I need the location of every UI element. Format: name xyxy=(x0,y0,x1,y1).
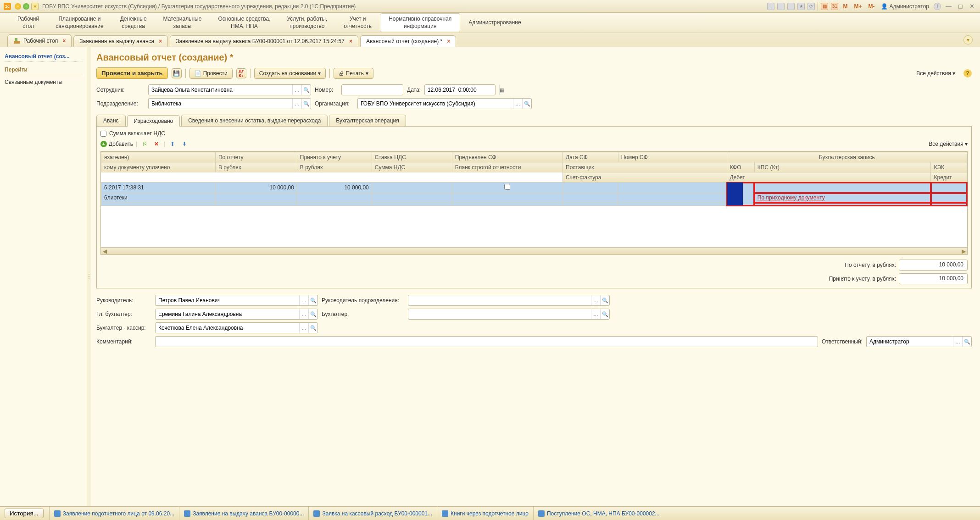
tab-close-icon[interactable]: × xyxy=(447,38,450,44)
dept-field[interactable]: … 🔍 xyxy=(148,98,311,109)
add-row-button[interactable]: +Добавить xyxy=(100,141,133,147)
open-icon[interactable]: 🔍 xyxy=(522,99,531,109)
income-doc-link[interactable]: По приходному документу xyxy=(757,194,825,201)
history-icon[interactable]: ⟳ xyxy=(807,3,815,10)
col-supplier[interactable]: Поставщик xyxy=(563,162,727,172)
post-button[interactable]: 📄Провести xyxy=(189,68,233,79)
cashier-input[interactable] xyxy=(156,323,299,333)
col-credit[interactable]: Кредит xyxy=(931,172,967,183)
info-icon[interactable]: i xyxy=(934,3,941,10)
open-icon[interactable]: 🔍 xyxy=(308,295,317,305)
org-field[interactable]: … 🔍 xyxy=(357,98,532,109)
open-icon[interactable]: 🔍 xyxy=(301,85,311,95)
select-icon[interactable]: … xyxy=(591,309,600,319)
menu-planning[interactable]: Планирование и санкционирование xyxy=(47,14,111,32)
favorite-icon[interactable]: ★ xyxy=(797,3,805,10)
org-input[interactable] xyxy=(358,99,513,109)
sidebar-link-related-docs[interactable]: Связанные документы xyxy=(4,77,83,87)
open-icon[interactable]: 🔍 xyxy=(600,295,609,305)
minimize-button[interactable]: — xyxy=(944,3,953,10)
col-kfo[interactable]: КФО xyxy=(727,162,754,172)
table-row[interactable]: 6.2017 17:38:31 10 000,00 10 000,00 xyxy=(101,183,967,193)
tab-close-icon[interactable]: × xyxy=(62,38,66,44)
history-button[interactable]: История... xyxy=(5,509,44,518)
chief-acc-field[interactable]: …🔍 xyxy=(155,309,318,320)
toolbar-icon-1[interactable] xyxy=(767,3,774,10)
toolbar-icon-3[interactable] xyxy=(787,3,795,10)
subtab-accounting[interactable]: Бухгалтерская операция xyxy=(329,115,406,126)
tab-desktop[interactable]: Рабочий стол × xyxy=(7,34,72,47)
comment-input[interactable] xyxy=(156,337,818,347)
tab-applications[interactable]: Заявления на выдачу аванса × xyxy=(73,35,168,47)
menu-reference[interactable]: Нормативно-справочная информация xyxy=(380,13,460,32)
subtab-advance[interactable]: Аванс xyxy=(96,115,126,126)
user-label[interactable]: 👤Администратор xyxy=(881,3,929,10)
scroll-right-icon[interactable]: ▶ xyxy=(960,248,967,254)
menu-materials[interactable]: Материальные запасы xyxy=(155,14,210,32)
tab-close-icon[interactable]: × xyxy=(349,38,352,44)
menu-accounting[interactable]: Учет и отчетность xyxy=(335,14,380,32)
col-required[interactable]: язателен) xyxy=(101,152,216,162)
memory-mplus-button[interactable]: M+ xyxy=(852,3,863,10)
table-row[interactable]: 6лиотеки По приходному документу xyxy=(101,193,967,203)
subtab-spent[interactable]: Израсходовано xyxy=(127,115,180,127)
all-actions-button[interactable]: Все действия ▾ xyxy=(912,68,960,78)
star-icon[interactable]: ★ xyxy=(31,3,39,10)
cashier-field[interactable]: …🔍 xyxy=(155,322,318,333)
number-input[interactable] xyxy=(342,85,416,95)
statusbar-item[interactable]: Заявление подотчетного лица от 09.06.20.… xyxy=(49,507,179,520)
tab-close-icon[interactable]: × xyxy=(159,38,162,44)
select-icon[interactable]: … xyxy=(299,323,308,333)
col-strict-form[interactable]: Бланк строгой отчетности xyxy=(452,162,562,172)
grid-scrollbar[interactable]: ◀ ▶ xyxy=(101,247,967,254)
employee-input[interactable] xyxy=(149,85,292,95)
col-accepted[interactable]: Принято к учету xyxy=(297,152,372,162)
head-dept-input[interactable] xyxy=(408,295,591,305)
col-vat-sum[interactable]: Сумма НДС xyxy=(372,162,452,172)
date-field[interactable]: ▦ xyxy=(424,84,496,95)
col-by-report[interactable]: По отчету xyxy=(215,152,297,162)
acc-input[interactable] xyxy=(408,309,591,319)
employee-field[interactable]: … 🔍 xyxy=(148,84,311,95)
splitter[interactable]: ⋮ xyxy=(87,47,91,506)
responsible-input[interactable] xyxy=(867,337,953,347)
sf-checkbox[interactable] xyxy=(504,184,510,190)
responsible-field[interactable]: …🔍 xyxy=(866,336,972,347)
statusbar-item[interactable]: Поступление ОС, НМА, НПА БУ00-000002... xyxy=(533,507,664,520)
select-icon[interactable]: … xyxy=(953,337,962,347)
select-icon[interactable]: … xyxy=(591,295,600,305)
number-field[interactable] xyxy=(341,84,403,95)
open-icon[interactable]: 🔍 xyxy=(308,309,317,319)
head-dept-field[interactable]: …🔍 xyxy=(408,295,610,306)
menu-cash[interactable]: Денежные средства xyxy=(112,14,155,32)
copy-row-icon[interactable]: ⎘ xyxy=(140,139,149,149)
subtab-remainder[interactable]: Сведения о внесении остатка, выдаче пере… xyxy=(181,115,328,126)
acc-field[interactable]: …🔍 xyxy=(408,309,610,320)
help-icon[interactable]: ? xyxy=(963,69,972,77)
col-invoice[interactable]: Счет-фактура xyxy=(563,172,727,183)
calendar-picker-icon[interactable]: ▦ xyxy=(499,85,504,95)
select-icon[interactable]: … xyxy=(292,99,301,109)
vat-checkbox[interactable] xyxy=(100,131,106,137)
statusbar-item[interactable]: Заявка на кассовый расход БУ00-000001... xyxy=(308,507,437,520)
data-grid[interactable]: язателен) По отчету Принято к учету Став… xyxy=(100,151,968,255)
dept-input[interactable] xyxy=(149,99,292,109)
col-paid-to[interactable]: кому документу уплачено xyxy=(101,162,216,172)
col-entry[interactable]: Бухгалтерская запись xyxy=(727,152,967,162)
calculator-icon[interactable]: ▦ xyxy=(821,3,828,10)
menu-desktop[interactable]: Рабочий стол xyxy=(9,14,47,32)
tabs-dropdown-icon[interactable]: ▾ xyxy=(963,35,973,44)
col-rub2[interactable]: В рублях xyxy=(297,162,372,172)
select-icon[interactable]: … xyxy=(292,85,301,95)
close-button[interactable]: ✕ xyxy=(968,3,976,10)
open-icon[interactable]: 🔍 xyxy=(301,99,311,109)
tab-expense-report[interactable]: Авансовый отчет (создание) * × xyxy=(360,35,456,47)
traffic-yellow-icon[interactable] xyxy=(15,3,21,10)
dt-kt-icon[interactable]: ДтКт xyxy=(236,68,246,78)
menu-services[interactable]: Услуги, работы, производство xyxy=(278,14,335,32)
date-input[interactable] xyxy=(425,85,499,95)
save-icon[interactable]: 💾 xyxy=(172,68,182,78)
col-kek[interactable]: КЭК xyxy=(931,162,967,172)
chief-acc-input[interactable] xyxy=(156,309,299,319)
col-sf-presented[interactable]: Предъявлен СФ xyxy=(452,152,562,162)
